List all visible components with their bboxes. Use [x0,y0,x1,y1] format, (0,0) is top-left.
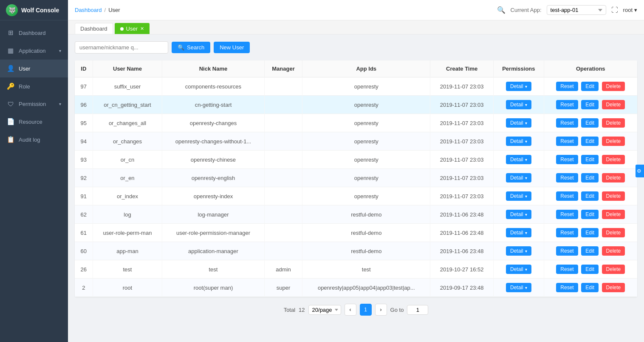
edit-button[interactable]: Edit [581,137,599,146]
detail-button[interactable]: Detail ▾ [506,173,531,182]
reset-button[interactable]: Reset [556,283,578,292]
reset-button[interactable]: Reset [556,191,578,201]
detail-button[interactable]: Detail ▾ [506,191,531,201]
new-user-button[interactable]: New User [214,42,250,53]
cell-username: test [93,260,162,279]
tab-dot [120,27,124,31]
sidebar-item-user[interactable]: 👤 User [0,60,68,77]
user-table: ID User Name Nick Name Manager App Ids C… [75,60,637,297]
edit-button[interactable]: Edit [581,210,599,219]
cell-manager [264,169,302,187]
reset-button[interactable]: Reset [556,210,578,219]
detail-button[interactable]: Detail ▾ [506,265,531,274]
reset-button[interactable]: Reset [556,82,578,91]
cell-permissions: Detail ▾ [494,114,544,132]
sidebar-item-dashboard[interactable]: ⊞ Dashboard [0,24,68,42]
tab-dashboard[interactable]: Dashboard [75,23,113,34]
reset-button[interactable]: Reset [556,265,578,274]
cell-appids: restful-demo [302,224,430,242]
detail-button[interactable]: Detail ▾ [506,100,531,109]
search-icon[interactable]: 🔍 [497,6,506,14]
sidebar-item-audit-log[interactable]: 📋 Audit log [0,131,68,148]
cell-nickname: openresty-changes [162,114,264,132]
breadcrumb-parent[interactable]: Dashboard [75,7,102,13]
tab-close-icon[interactable]: ✕ [140,26,144,31]
cell-permissions: Detail ▾ [494,169,544,187]
detail-button[interactable]: Detail ▾ [506,283,531,292]
delete-button[interactable]: Delete [602,82,625,91]
table-row: 91 or_index openresty-index openresty 20… [75,187,637,205]
delete-button[interactable]: Delete [602,155,625,164]
tab-user[interactable]: User ✕ [115,23,150,34]
cell-operations: Reset Edit Delete [544,96,637,114]
reset-button[interactable]: Reset [556,137,578,146]
delete-button[interactable]: Delete [602,118,625,128]
detail-button[interactable]: Detail ▾ [506,246,531,256]
cell-nickname: openresty-index [162,187,264,205]
search-input[interactable] [75,41,168,54]
edit-button[interactable]: Edit [581,173,599,182]
delete-button[interactable]: Delete [602,173,625,182]
delete-button[interactable]: Delete [602,137,625,146]
reset-button[interactable]: Reset [556,155,578,164]
detail-button[interactable]: Detail ▾ [506,118,531,128]
detail-button[interactable]: Detail ▾ [506,137,531,146]
edit-button[interactable]: Edit [581,155,599,164]
cell-operations: Reset Edit Delete [544,260,637,279]
search-button[interactable]: 🔍 Search [172,42,210,53]
delete-button[interactable]: Delete [602,228,625,237]
edit-button[interactable]: Edit [581,82,599,91]
edit-button[interactable]: Edit [581,228,599,237]
chevron-down-icon: ▾ [59,48,61,53]
reset-button[interactable]: Reset [556,173,578,182]
edit-button[interactable]: Edit [581,265,599,274]
reset-button[interactable]: Reset [556,246,578,256]
goto-input[interactable] [407,305,428,315]
detail-button[interactable]: Detail ▾ [506,82,531,91]
page-content: 🔍 Search New User ID User Name Nick Name… [68,34,644,342]
chevron-down-icon: ▾ [634,7,637,13]
prev-page-button[interactable]: ‹ [345,304,356,316]
sidebar-item-application[interactable]: ▦ Application ▾ [0,42,68,60]
next-page-button[interactable]: › [375,304,387,316]
detail-button[interactable]: Detail ▾ [506,210,531,219]
edit-button[interactable]: Edit [581,191,599,201]
page-1-button[interactable]: 1 [360,304,372,316]
delete-button[interactable]: Delete [602,210,625,219]
app-select[interactable]: test-app-01 test-app-02 [547,5,606,15]
delete-button[interactable]: Delete [602,246,625,256]
sidebar-item-resource[interactable]: 📄 Resource [0,113,68,131]
cell-username: or_en [93,169,162,187]
tab-bar: Dashboard User ✕ [68,20,644,34]
cell-id: 93 [75,151,93,169]
detail-button[interactable]: Detail ▾ [506,228,531,237]
user-menu[interactable]: root ▾ [623,7,637,13]
delete-button[interactable]: Delete [602,191,625,201]
float-settings-icon[interactable]: ⚙ [636,165,644,177]
delete-button[interactable]: Delete [602,265,625,274]
detail-button[interactable]: Detail ▾ [506,155,531,164]
page-size-select[interactable]: 10/page 20/page 50/page [308,305,341,315]
expand-icon[interactable]: ⛶ [611,6,618,14]
cell-appids: openresty [302,151,430,169]
search-btn-label: Search [187,44,204,51]
table-row: 97 suffix_user components-resources open… [75,77,637,96]
reset-button[interactable]: Reset [556,100,578,109]
table-row: 62 log log-manager restful-demo 2019-11-… [75,205,637,224]
sidebar-item-role[interactable]: 🔑 Role [0,77,68,95]
edit-button[interactable]: Edit [581,283,599,292]
delete-button[interactable]: Delete [602,283,625,292]
breadcrumb: Dashboard / User [75,7,120,13]
cell-manager [264,242,302,260]
edit-button[interactable]: Edit [581,246,599,256]
reset-button[interactable]: Reset [556,118,578,128]
delete-button[interactable]: Delete [602,100,625,109]
edit-button[interactable]: Edit [581,118,599,128]
edit-button[interactable]: Edit [581,100,599,109]
cell-nickname: log-manager [162,205,264,224]
cell-username: app-man [93,242,162,260]
reset-button[interactable]: Reset [556,228,578,237]
sidebar-item-permission[interactable]: 🛡 Permission ▾ [0,95,68,113]
cell-createtime: 2019-11-07 23:03 [430,132,494,151]
cell-operations: Reset Edit Delete [544,132,637,151]
